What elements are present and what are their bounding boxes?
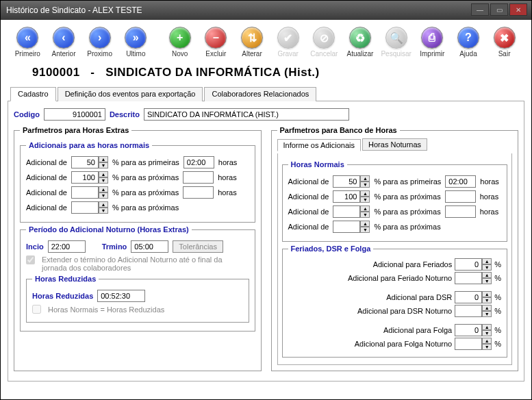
adn-up[interactable]: ▲ <box>482 305 492 311</box>
bh4-up[interactable]: ▲ <box>360 221 370 227</box>
extender-checkbox <box>26 255 35 264</box>
periodo-noturno-legend: Período do Adicional Noturno (Horas Extr… <box>26 225 192 234</box>
bh2-hours[interactable] <box>445 190 476 203</box>
hr-field[interactable] <box>97 290 145 302</box>
novo-button[interactable]: +Novo <box>162 27 197 58</box>
bh4-down[interactable]: ▼ <box>360 227 370 233</box>
horas-normais-legend: Horas Normais <box>288 160 347 168</box>
afn-up[interactable]: ▲ <box>482 272 492 278</box>
afln-up[interactable]: ▲ <box>482 338 492 344</box>
ad3-label: Adicional de <box>26 188 67 197</box>
afln-pct: % <box>494 340 501 348</box>
inicio-label: Incio <box>26 242 44 251</box>
excluir-button[interactable]: –Excluir <box>199 27 233 58</box>
bh1-hours[interactable] <box>445 175 476 188</box>
af-value[interactable] <box>455 258 482 271</box>
ad1-hours[interactable] <box>183 156 214 168</box>
proximo-button[interactable]: ›Proximo <box>82 27 117 58</box>
tab-definicao[interactable]: Definição dos eventos para exportação <box>58 87 203 101</box>
cadastro-panel: Codigo Descrito Parfmetros para Horas Ex… <box>8 101 524 382</box>
ad3-up[interactable]: ▲ <box>99 186 108 192</box>
bh4-value[interactable] <box>333 221 360 233</box>
afl-up[interactable]: ▲ <box>482 324 492 330</box>
bh1-label: Adicional de <box>288 177 329 186</box>
ad4-down[interactable]: ▼ <box>99 208 108 214</box>
imprimir-button[interactable]: ⎙Imprimir <box>415 27 450 58</box>
bh2-h-label: horas <box>480 192 499 201</box>
ad2-down[interactable]: ▼ <box>99 177 108 184</box>
maximize-button[interactable]: ▭ <box>490 3 508 16</box>
bh1-down[interactable]: ▼ <box>360 182 370 188</box>
bh4-label: Adicional de <box>288 223 329 231</box>
gravar-button: ✔Gravar <box>270 27 305 58</box>
bh2-down[interactable]: ▼ <box>360 197 370 203</box>
descricao-field[interactable] <box>144 108 349 121</box>
ad-down[interactable]: ▼ <box>482 297 492 303</box>
termino-field[interactable] <box>131 240 168 253</box>
alterar-button[interactable]: ⇅Alterar <box>235 27 270 58</box>
afn-label: Adicional para Feriado Noturno <box>315 274 452 282</box>
bh3-h-label: horas <box>480 208 499 216</box>
subtab-horas-noturnas[interactable]: Horas Noturnas <box>362 138 427 151</box>
tolerancias-button: Tolerâncias <box>173 240 223 253</box>
afl-value[interactable] <box>455 324 482 336</box>
atualizar-button[interactable]: ♻Atualizar <box>343 27 378 58</box>
sair-button[interactable]: ✖Sair <box>487 27 522 58</box>
bh2-up[interactable]: ▲ <box>360 190 370 197</box>
af-up[interactable]: ▲ <box>482 258 492 264</box>
bh1-up[interactable]: ▲ <box>360 175 370 182</box>
bh2-label: Adicional de <box>288 192 329 201</box>
ad2-value[interactable] <box>71 171 99 184</box>
adicionais-normais-group: Adicionais para as horas normais Adicion… <box>20 141 255 223</box>
ad2-pct-label: % para as próximas <box>112 173 179 182</box>
ultimo-button[interactable]: »Ultimo <box>118 27 153 58</box>
inicio-field[interactable] <box>48 240 86 253</box>
codigo-field[interactable] <box>44 108 105 121</box>
ad1-up[interactable]: ▲ <box>99 156 108 162</box>
adn-down[interactable]: ▼ <box>482 311 492 317</box>
afn-value[interactable] <box>455 272 482 284</box>
afln-value[interactable] <box>455 338 482 350</box>
bh3-up[interactable]: ▲ <box>360 205 370 212</box>
anterior-button[interactable]: ‹Anterior <box>47 27 81 58</box>
tab-colaboradores[interactable]: Colaboradores Relacionados <box>204 87 316 101</box>
adn-label: Adicional para DSR Noturno <box>315 307 452 315</box>
ad2-h-label: horas <box>218 173 237 182</box>
ad2-hours[interactable] <box>183 171 214 184</box>
ad2-up[interactable]: ▲ <box>99 171 108 177</box>
window-title: Histórico de Sindicato - ALEX TESTE <box>6 5 142 15</box>
afln-down[interactable]: ▼ <box>482 344 492 350</box>
ad1-value[interactable] <box>71 156 99 168</box>
bh3-hours[interactable] <box>445 205 476 218</box>
bh1-value[interactable] <box>333 175 360 188</box>
bh3-value[interactable] <box>333 205 360 218</box>
descricao-label: Descrito <box>110 110 140 118</box>
bh2-value[interactable] <box>333 190 360 203</box>
ad4-value[interactable] <box>71 201 99 214</box>
afn-down[interactable]: ▼ <box>482 278 492 284</box>
extender-label: Extender o término do Adicional Noturno … <box>42 255 233 272</box>
adn-value[interactable] <box>455 305 482 317</box>
afl-down[interactable]: ▼ <box>482 330 492 336</box>
ad3-pct-label: % para as próximas <box>112 188 179 197</box>
tab-cadastro[interactable]: Cadastro <box>10 87 56 101</box>
main-tabs: Cadastro Definição dos eventos para expo… <box>8 86 524 101</box>
ad3-hours[interactable] <box>183 186 214 199</box>
af-down[interactable]: ▼ <box>482 264 492 271</box>
subtab-adicionais[interactable]: Informe os Adicionais <box>277 139 362 151</box>
ad-label: Adicional para DSR <box>315 293 452 301</box>
minimize-button[interactable]: — <box>471 3 489 16</box>
primeiro-button[interactable]: «Primeiro <box>10 27 45 58</box>
ad-pct: % <box>494 293 501 301</box>
close-window-button[interactable]: ✕ <box>509 3 527 16</box>
ad4-up[interactable]: ▲ <box>99 201 108 208</box>
ajuda-button[interactable]: ?Ajuda <box>451 27 486 58</box>
ad3-down[interactable]: ▼ <box>99 192 108 199</box>
ad-up[interactable]: ▲ <box>482 291 492 297</box>
ad4-label: Adicional de <box>26 203 67 212</box>
ad1-down[interactable]: ▼ <box>99 162 108 168</box>
ad-value[interactable] <box>455 291 482 303</box>
ad3-value[interactable] <box>71 186 99 199</box>
bh3-down[interactable]: ▼ <box>360 212 370 218</box>
banco-horas-group: Parfmetros para Banco de Horas Informe o… <box>271 126 519 371</box>
